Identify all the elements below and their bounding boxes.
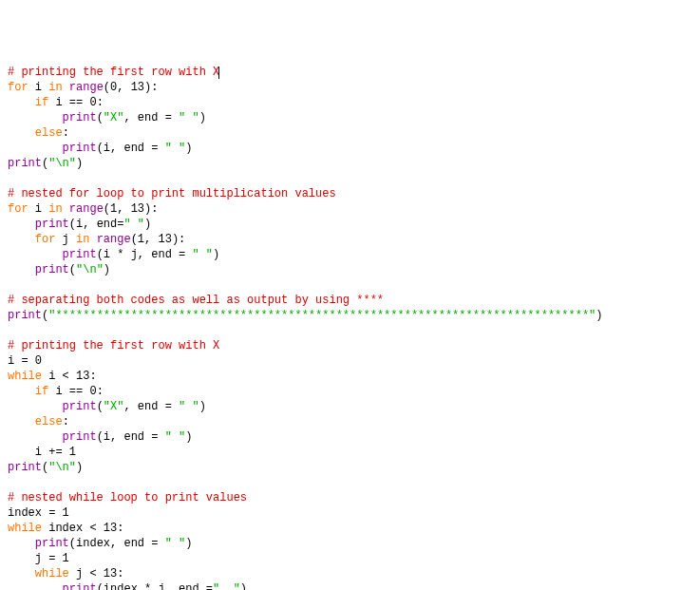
code-line[interactable] [8, 277, 692, 293]
code-line[interactable]: # printing the first row with X [8, 338, 692, 353]
code-token: i == [48, 96, 89, 109]
text-cursor [218, 67, 219, 79]
code-token [8, 415, 35, 428]
code-token: "\n" [48, 157, 76, 170]
code-line[interactable]: while j < 13: [8, 566, 692, 581]
code-token: : [63, 415, 69, 428]
code-editor[interactable]: # printing the first row with Xfor i in … [8, 65, 692, 590]
code-token: i = [8, 354, 35, 368]
code-token: for [8, 202, 28, 216]
code-line[interactable] [8, 323, 692, 338]
code-token: : [63, 126, 69, 140]
code-token: print [8, 157, 42, 170]
code-line[interactable]: print("X", end = " ") [8, 399, 692, 414]
code-line[interactable]: print(i * j, end = " ") [8, 247, 692, 262]
code-token: # nested for loop to print multiplicatio… [8, 187, 336, 200]
code-token: ) [76, 157, 83, 170]
code-line[interactable]: while index < 13: [8, 521, 692, 536]
code-token: ) [104, 263, 110, 276]
code-token: ( [69, 263, 76, 276]
code-token [8, 385, 35, 398]
code-token [8, 96, 35, 109]
code-token: 0 [89, 385, 96, 398]
code-token: 13 [131, 202, 144, 216]
code-line[interactable]: index = 1 [8, 505, 692, 521]
code-token: : [89, 370, 96, 383]
code-line[interactable]: # printing the first row with X [8, 65, 692, 80]
code-token: ( [104, 81, 110, 94]
code-token: # printing the first row with X [8, 339, 219, 352]
code-line[interactable]: print(i, end=" ") [8, 217, 692, 232]
code-token [89, 233, 96, 246]
code-token: 1 [138, 233, 144, 246]
code-token [8, 582, 63, 590]
code-token: # nested while loop to print values [8, 491, 247, 504]
code-token: "***************************************… [48, 309, 596, 322]
code-token [63, 81, 69, 94]
code-token: " " [165, 537, 186, 550]
code-token [8, 263, 35, 276]
code-token: 1 [69, 446, 76, 459]
code-token: (i * j, end = [97, 248, 193, 261]
code-token: ): [144, 202, 158, 216]
code-line[interactable] [8, 171, 692, 186]
code-line[interactable]: if i == 0: [8, 95, 692, 110]
code-line[interactable]: # separating both codes as well as outpu… [8, 293, 692, 308]
code-token: 13 [76, 370, 89, 383]
code-token: if [35, 385, 48, 398]
code-token: i == [48, 385, 89, 398]
code-token: : [97, 385, 104, 398]
code-line[interactable]: # nested while loop to print values [8, 490, 692, 505]
code-token: for [35, 233, 56, 246]
code-token: ) [596, 309, 602, 322]
code-token: in [76, 233, 89, 246]
code-line[interactable]: print("X", end = " ") [8, 110, 692, 125]
code-token: j < [69, 567, 104, 580]
code-token [8, 430, 63, 444]
code-token: : [117, 567, 123, 580]
code-line[interactable] [8, 475, 692, 490]
code-token: (i, end= [69, 218, 124, 231]
code-line[interactable]: print(i, end = " ") [8, 141, 692, 156]
code-token: in [48, 202, 62, 216]
code-line[interactable]: print("\n") [8, 460, 692, 475]
code-token: range [69, 81, 104, 94]
code-line[interactable]: else: [8, 125, 692, 141]
code-token: ( [97, 400, 104, 413]
code-token: 13 [104, 567, 117, 580]
code-line[interactable]: while i < 13: [8, 369, 692, 384]
code-token: "X" [104, 400, 124, 413]
code-line[interactable]: print(i, end = " ") [8, 429, 692, 445]
code-line[interactable]: print("\n") [8, 156, 692, 171]
code-token: j [55, 233, 76, 246]
code-token: ) [213, 248, 219, 261]
code-token [8, 218, 35, 231]
code-token: "\n" [48, 461, 76, 474]
code-line[interactable]: for i in range(1, 13): [8, 201, 692, 217]
code-token: 13 [158, 233, 171, 246]
code-token: , [117, 81, 130, 94]
code-line[interactable]: # nested for loop to print multiplicatio… [8, 186, 692, 201]
code-line[interactable]: print("*********************************… [8, 308, 692, 323]
code-token: (index * j, end = [97, 582, 213, 590]
code-token: print [63, 582, 97, 590]
code-line[interactable]: print(index, end = " ") [8, 536, 692, 551]
code-token: print [63, 248, 97, 261]
code-line[interactable]: i += 1 [8, 445, 692, 460]
code-line[interactable]: print("\n") [8, 262, 692, 277]
code-line[interactable]: for j in range(1, 13): [8, 232, 692, 247]
code-token: 1 [63, 552, 69, 565]
code-line[interactable]: j = 1 [8, 551, 692, 566]
code-token: , [144, 233, 158, 246]
code-line[interactable]: else: [8, 414, 692, 429]
code-line[interactable]: i = 0 [8, 353, 692, 369]
code-token: index = [8, 506, 63, 520]
code-line[interactable]: for i in range(0, 13): [8, 80, 692, 95]
code-token: "X" [104, 111, 124, 124]
code-token [8, 567, 35, 580]
code-line[interactable]: print(index * j, end =" ") [8, 581, 692, 590]
code-line[interactable]: if i == 0: [8, 384, 692, 399]
code-token: "\n" [76, 263, 104, 276]
code-token: i [28, 81, 49, 94]
code-token: print [63, 111, 97, 124]
